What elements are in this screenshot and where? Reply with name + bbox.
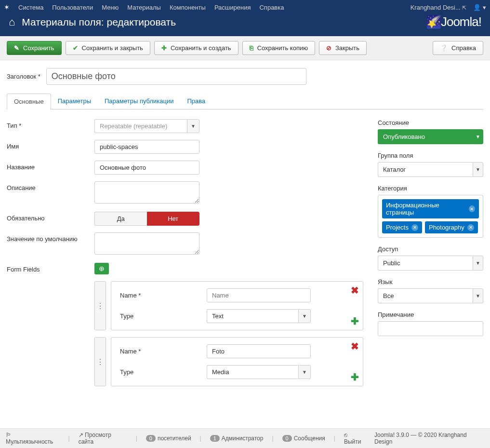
rf-type-label: Type (120, 368, 207, 376)
action-toolbar: ✎Сохранить ✔Сохранить и закрыть ✚Сохрани… (0, 36, 490, 60)
menu-help[interactable]: Справка (259, 4, 284, 11)
description-label: Описание (7, 181, 94, 191)
add-formfield-button[interactable]: ⊕ (94, 263, 109, 274)
access-select[interactable]: Public▼ (378, 256, 483, 271)
top-menu: Система Пользователи Меню Материалы Комп… (18, 4, 284, 11)
note-label: Примечание (378, 311, 483, 318)
type-label: Тип * (7, 119, 94, 129)
site-name-link[interactable]: Kranghand Desi... ⇱ (411, 4, 467, 11)
remove-tag-icon[interactable]: ✕ (411, 224, 418, 231)
tab-options[interactable]: Параметры (51, 94, 98, 109)
rf-name-label: Name * (120, 348, 207, 355)
menu-menu[interactable]: Меню (102, 4, 119, 11)
tabs: Основные Параметры Параметры публикации … (7, 94, 483, 109)
caption-label: Название (7, 161, 94, 171)
repeat-item: ⋮ ✖ Name * Type Text ▼ (94, 281, 363, 330)
menu-system[interactable]: Система (18, 4, 43, 11)
help-button[interactable]: ❔Справка (433, 41, 483, 55)
group-label: Группа поля (378, 152, 483, 159)
close-button[interactable]: ⊘Закрыть (319, 41, 367, 55)
title-input[interactable] (46, 68, 306, 85)
tab-permissions[interactable]: Права (180, 94, 212, 109)
category-tag: Информационные страницы✕ (382, 199, 479, 218)
add-after-button[interactable]: ✚ (351, 371, 359, 383)
rf-name-input[interactable] (207, 344, 311, 358)
rf-type-select[interactable]: Text ▼ (207, 309, 311, 323)
rf-name-label: Name * (120, 292, 207, 299)
add-after-button[interactable]: ✚ (351, 315, 359, 327)
save-copy-button[interactable]: ⎘Сохранить копию (242, 41, 315, 55)
group-select[interactable]: Каталог▼ (378, 162, 483, 177)
joomla-icon: ✶ (4, 3, 13, 11)
category-label: Категория (378, 185, 483, 192)
check-icon: ✔ (73, 44, 78, 52)
save-new-button[interactable]: ✚Сохранить и создать (154, 41, 238, 55)
question-icon: ❔ (440, 44, 448, 52)
home-icon: ⌂ (9, 16, 15, 28)
page-header: ⌂ Материалы поля: редактировать 🌠Joomla! (0, 14, 490, 36)
category-tag: Projects✕ (382, 221, 422, 233)
repeat-item: ⋮ ✖ Name * Type Media ▼ (94, 337, 363, 386)
chevron-down-icon: ▼ (473, 288, 483, 303)
status-label: Состояние (378, 119, 483, 126)
remove-tag-icon[interactable]: ✕ (469, 205, 475, 212)
default-textarea[interactable] (94, 232, 199, 255)
language-select[interactable]: Все▼ (378, 288, 483, 303)
access-label: Доступ (378, 245, 483, 253)
chevron-down-icon: ▼ (473, 256, 483, 271)
required-yes[interactable]: Да (94, 212, 147, 226)
menu-content[interactable]: Материалы (127, 4, 161, 11)
formfields-label: Form Fields (7, 263, 94, 273)
chevron-down-icon: ▼ (298, 365, 311, 379)
chevron-down-icon: ▼ (187, 119, 199, 133)
category-tagbox[interactable]: Информационные страницы✕ Projects✕ Photo… (378, 195, 483, 238)
type-select[interactable]: Repeatable (repeatable) ▼ (94, 119, 199, 133)
required-toggle[interactable]: Да Нет (94, 212, 199, 226)
name-input[interactable] (94, 140, 199, 154)
save-button[interactable]: ✎Сохранить (7, 41, 62, 55)
chevron-down-icon: ▼ (473, 162, 483, 177)
description-textarea[interactable] (94, 181, 199, 204)
remove-item-button[interactable]: ✖ (351, 340, 359, 352)
tab-publishing[interactable]: Параметры публикации (98, 94, 180, 109)
joomla-brand: 🌠Joomla! (426, 14, 481, 29)
copy-icon: ⎘ (250, 44, 253, 52)
name-label: Имя (7, 140, 94, 150)
user-menu-icon[interactable]: 👤 ▾ (473, 4, 486, 11)
drag-handle-icon[interactable]: ⋮ (94, 281, 106, 330)
language-label: Язык (378, 278, 483, 285)
category-tag: Photography✕ (425, 221, 478, 233)
remove-item-button[interactable]: ✖ (351, 285, 359, 296)
default-label: Значение по умолчанию (7, 232, 94, 243)
external-icon: ⇱ (462, 5, 466, 11)
note-input[interactable] (378, 321, 483, 336)
top-nav: ✶ Система Пользователи Меню Материалы Ко… (0, 0, 490, 14)
page-title: Материалы поля: редактировать (22, 16, 426, 28)
plus-icon: ✚ (161, 44, 167, 52)
caption-input[interactable] (94, 161, 199, 175)
menu-extensions[interactable]: Расширения (214, 4, 251, 11)
menu-users[interactable]: Пользователи (52, 4, 93, 11)
check-icon: ✎ (14, 44, 19, 52)
drag-handle-icon[interactable]: ⋮ (94, 337, 106, 386)
tab-general[interactable]: Основные (7, 94, 51, 109)
status-select[interactable]: Опубликовано▼ (378, 129, 483, 144)
cancel-icon: ⊘ (326, 44, 331, 52)
required-no[interactable]: Нет (147, 212, 200, 226)
required-label: Обязательно (7, 212, 94, 222)
rf-type-label: Type (120, 312, 207, 320)
chevron-down-icon: ▼ (473, 129, 483, 144)
remove-tag-icon[interactable]: ✕ (467, 224, 474, 231)
save-close-button[interactable]: ✔Сохранить и закрыть (66, 41, 150, 55)
menu-components[interactable]: Компоненты (170, 4, 206, 11)
chevron-down-icon: ▼ (298, 309, 311, 323)
rf-type-select[interactable]: Media ▼ (207, 365, 311, 379)
rf-name-input[interactable] (207, 288, 311, 302)
title-label: Заголовок * (7, 73, 40, 80)
